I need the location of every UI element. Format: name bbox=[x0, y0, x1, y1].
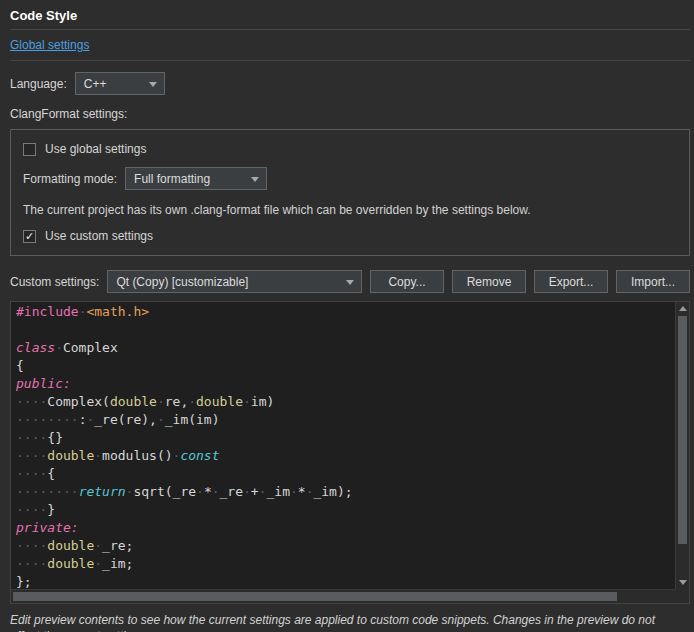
code-line[interactable]: ····} bbox=[16, 501, 673, 519]
code-token[interactable]: return bbox=[79, 484, 126, 499]
code-token[interactable]: · bbox=[157, 412, 165, 427]
code-token[interactable]: ···· bbox=[16, 394, 47, 409]
code-line[interactable]: ········return·sqrt(_re·*·_re·+·_im·*·_i… bbox=[16, 483, 673, 501]
language-combobox[interactable]: C++ bbox=[75, 72, 165, 95]
code-token[interactable]: public: bbox=[16, 376, 71, 391]
code-token[interactable]: double bbox=[47, 556, 94, 571]
import-button[interactable]: Import... bbox=[616, 270, 690, 293]
code-line[interactable]: }; bbox=[16, 573, 673, 588]
use-global-settings-label: Use global settings bbox=[45, 142, 146, 156]
remove-button[interactable]: Remove bbox=[452, 270, 526, 293]
divider bbox=[10, 60, 690, 61]
scroll-down-button[interactable] bbox=[676, 576, 689, 589]
code-line[interactable]: #include·<math.h> bbox=[16, 303, 673, 321]
code-token[interactable]: Complex( bbox=[47, 394, 110, 409]
code-line[interactable]: class·Complex bbox=[16, 339, 673, 357]
code-line[interactable] bbox=[16, 321, 673, 339]
code-token[interactable]: double bbox=[47, 448, 94, 463]
code-token[interactable]: · bbox=[243, 394, 251, 409]
code-token[interactable]: double bbox=[110, 394, 157, 409]
code-line[interactable]: ····double·modulus()·const bbox=[16, 447, 673, 465]
custom-settings-combobox[interactable]: Qt (Copy) [customizable] bbox=[107, 270, 362, 293]
code-token[interactable]: _im); bbox=[313, 484, 352, 499]
code-token[interactable]: ···· bbox=[16, 556, 47, 571]
code-line[interactable]: ····{ bbox=[16, 465, 673, 483]
custom-settings-label: Custom settings: bbox=[10, 275, 99, 289]
language-value: C++ bbox=[84, 77, 107, 91]
code-token[interactable]: _re; bbox=[102, 538, 133, 553]
code-token[interactable]: _im(im) bbox=[165, 412, 220, 427]
code-token[interactable]: sqrt(_re bbox=[133, 484, 196, 499]
triangle-up-icon bbox=[679, 306, 687, 311]
use-custom-settings-checkbox[interactable] bbox=[23, 230, 36, 243]
vertical-scrollbar[interactable] bbox=[675, 302, 689, 589]
code-token[interactable]: · bbox=[55, 340, 63, 355]
code-line[interactable]: private: bbox=[16, 519, 673, 537]
code-token[interactable]: · bbox=[259, 484, 267, 499]
formatting-mode-value: Full formatting bbox=[134, 172, 210, 186]
code-token[interactable]: _re(re), bbox=[94, 412, 157, 427]
code-line[interactable]: ····{} bbox=[16, 429, 673, 447]
code-token[interactable]: ···· bbox=[16, 538, 47, 553]
code-token[interactable]: + bbox=[251, 484, 259, 499]
horizontal-scrollbar-thumb[interactable] bbox=[13, 592, 617, 601]
code-token[interactable]: re, bbox=[165, 394, 188, 409]
code-token[interactable]: · bbox=[196, 484, 204, 499]
code-token[interactable]: } bbox=[47, 502, 55, 517]
code-token[interactable]: <math.h> bbox=[86, 304, 149, 319]
code-token[interactable]: ········ bbox=[16, 412, 79, 427]
code-token[interactable]: ···· bbox=[16, 466, 47, 481]
code-token[interactable]: _im; bbox=[102, 556, 133, 571]
code-token[interactable]: · bbox=[188, 394, 196, 409]
formatting-mode-combobox[interactable]: Full formatting bbox=[125, 167, 267, 190]
code-token[interactable]: * bbox=[204, 484, 212, 499]
code-line[interactable]: ········:·_re(re),·_im(im) bbox=[16, 411, 673, 429]
code-token[interactable]: ···· bbox=[16, 502, 47, 517]
code-token[interactable]: const bbox=[180, 448, 219, 463]
code-token[interactable]: double bbox=[196, 394, 243, 409]
code-token[interactable]: · bbox=[94, 556, 102, 571]
code-token[interactable]: Complex bbox=[63, 340, 118, 355]
code-token[interactable]: {} bbox=[47, 430, 63, 445]
code-token[interactable]: · bbox=[94, 448, 102, 463]
code-token[interactable]: class bbox=[16, 340, 55, 355]
code-token[interactable]: }; bbox=[16, 574, 32, 588]
vertical-scrollbar-thumb[interactable] bbox=[678, 316, 687, 544]
scroll-up-button[interactable] bbox=[676, 302, 689, 315]
code-token[interactable]: _re bbox=[220, 484, 243, 499]
code-token[interactable]: · bbox=[290, 484, 298, 499]
code-line[interactable]: ····double·_re; bbox=[16, 537, 673, 555]
code-token[interactable]: { bbox=[16, 358, 24, 373]
code-token[interactable]: ···· bbox=[16, 430, 47, 445]
code-token[interactable]: ···· bbox=[16, 448, 47, 463]
clang-format-info-text: The current project has its own .clang-f… bbox=[23, 203, 677, 217]
code-token[interactable]: · bbox=[212, 484, 220, 499]
export-button[interactable]: Export... bbox=[534, 270, 608, 293]
language-label: Language: bbox=[10, 77, 67, 91]
code-token[interactable]: { bbox=[47, 466, 55, 481]
code-token[interactable]: ········ bbox=[16, 484, 79, 499]
code-line[interactable]: ····double·_im; bbox=[16, 555, 673, 573]
code-token[interactable]: modulus() bbox=[102, 448, 172, 463]
clangformat-group: Use global settings Formatting mode: Ful… bbox=[10, 129, 690, 256]
code-content[interactable]: #include·<math.h>class·Complex{public:··… bbox=[16, 303, 673, 588]
copy-button[interactable]: Copy... bbox=[370, 270, 444, 293]
code-token[interactable]: #include bbox=[16, 304, 79, 319]
global-settings-link[interactable]: Global settings bbox=[10, 38, 89, 52]
code-token[interactable]: · bbox=[94, 538, 102, 553]
horizontal-scrollbar[interactable] bbox=[11, 589, 675, 603]
code-line[interactable]: { bbox=[16, 357, 673, 375]
code-token[interactable]: private: bbox=[16, 520, 79, 535]
use-global-settings-checkbox[interactable] bbox=[23, 143, 36, 156]
code-token[interactable]: double bbox=[47, 538, 94, 553]
code-line[interactable]: public: bbox=[16, 375, 673, 393]
code-line[interactable]: ····Complex(double·re,·double·im) bbox=[16, 393, 673, 411]
code-token[interactable]: im) bbox=[251, 394, 274, 409]
code-token[interactable]: _im bbox=[267, 484, 290, 499]
formatting-mode-label: Formatting mode: bbox=[23, 172, 117, 186]
code-token[interactable]: * bbox=[298, 484, 306, 499]
code-token[interactable]: · bbox=[243, 484, 251, 499]
code-token[interactable]: · bbox=[157, 394, 165, 409]
code-preview-editor[interactable]: #include·<math.h>class·Complex{public:··… bbox=[10, 301, 690, 604]
chevron-down-icon bbox=[346, 280, 354, 285]
